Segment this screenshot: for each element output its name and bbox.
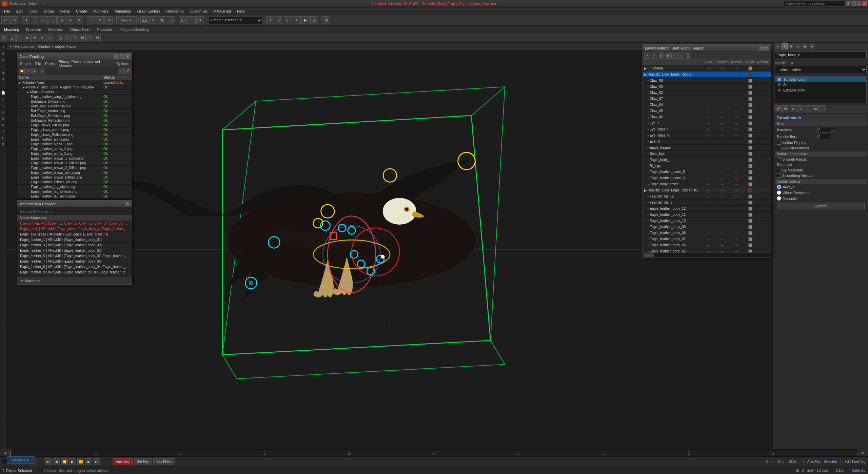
layer-freeze-cell[interactable]: — [715,122,729,125]
layer-hide-cell[interactable]: — [702,189,715,192]
curve-editor-button[interactable]: ⌇ [266,16,274,24]
layer-color-cell[interactable] [744,207,756,211]
layer-freeze-cell[interactable]: — [715,158,729,162]
menu-help[interactable]: Help [234,8,248,14]
menu-graph-editors[interactable]: Graph Editors [135,8,163,14]
layers-tb-new[interactable]: + [644,53,650,59]
layer-color-cell[interactable] [744,243,756,247]
layer-hide-cell[interactable]: — [702,79,715,82]
layers-close-btn[interactable]: ✕ [764,46,769,50]
pin-icon[interactable]: 📌 [775,105,782,112]
layer-row[interactable]: ◦Claw_04 — — — [643,102,771,108]
layer-freeze-cell[interactable]: — [715,128,729,131]
poly-tool-8[interactable]: ◫ [57,34,63,42]
go-to-start-btn[interactable]: ⏮ [45,458,52,465]
mod-collapse-icon[interactable]: ⊟ [820,105,826,112]
layer-hide-cell[interactable]: — [702,164,715,168]
auto-key-btn[interactable]: Auto Key [113,458,133,465]
layer-row[interactable]: ◦Build_box — — — [643,151,771,157]
sidebar-hierarchy-icon[interactable]: ⊠ [0,57,6,63]
layer-color-cell[interactable] [744,249,756,253]
layer-row[interactable]: ▶0 (default) — — — [643,65,771,71]
layer-render-cell[interactable]: — [729,73,744,76]
poly-tool-12[interactable]: ⊡ [86,34,93,42]
modifier-list-dropdown[interactable]: -- select modifier -- [775,66,867,73]
at-row[interactable]: ▶Realistic_Bald_Eagle_Rigged_max_vray.ma… [17,85,132,90]
layer-freeze-cell[interactable]: — [715,213,729,217]
layer-render-cell[interactable]: — [729,97,744,101]
layer-row[interactable]: ◦Eagle_feather_body_07 — — — [643,236,771,242]
layer-hide-cell[interactable]: — [702,67,715,70]
timeline-left-btn[interactable]: ◀ [0,451,10,455]
layer-row[interactable]: ◦Claw_06 — — — [643,114,771,120]
at-tb-3[interactable]: ⊞ [32,68,38,74]
sidebar-render-icon[interactable]: ☀ [0,128,6,135]
layer-freeze-cell[interactable]: — [715,238,729,241]
layer-freeze-cell[interactable]: — [715,116,729,119]
poly-tool-2[interactable]: △ [9,34,16,42]
menu-views[interactable]: Views [57,8,73,14]
layer-color-cell[interactable] [744,201,756,205]
turbosm-render-iters-input[interactable] [817,134,831,139]
layer-hide-cell[interactable]: — [702,73,715,76]
layer-row[interactable]: ◦Claw_02 — — — [643,90,771,96]
at-row[interactable]: BaldEagle_Refraction.png Ok [17,118,132,123]
go-to-end-btn[interactable]: ⏭ [94,458,100,465]
layer-freeze-cell[interactable]: — [715,134,729,137]
layer-color-cell[interactable] [744,182,756,186]
select-scale-button[interactable]: ⊿ [104,16,113,24]
layer-render-cell[interactable]: — [729,152,744,156]
layer-freeze-cell[interactable]: — [715,67,729,70]
layer-freeze-cell[interactable]: — [715,140,729,143]
at-row[interactable]: BaldEagle_normal.png Ok [17,109,132,114]
layer-color-cell[interactable] [744,133,756,138]
percent-snap-button[interactable]: % [158,16,166,24]
turbosm-explicit-check[interactable] [777,146,781,150]
at-row[interactable]: Eagle_feather_alpha_2.png Ok [17,147,132,151]
layer-color-cell[interactable] [744,176,756,180]
at-menu-paths[interactable]: Paths [44,62,56,66]
layer-freeze-cell[interactable]: — [715,231,729,235]
layer-render-cell[interactable]: — [729,250,744,253]
layer-color-cell[interactable] [744,115,756,119]
layer-row[interactable]: ◦Eagle_feather_body_11 — — — [643,212,771,218]
at-row[interactable]: BaldEagle_Glossiness.png Ok [17,104,132,109]
mat-item[interactable]: Claws { VRayMtl } [Claw_01, Claw_02, Cla… [17,221,132,226]
layer-hide-cell[interactable]: — [702,213,715,217]
at-row[interactable]: ▶Autodesk Vault Logged Out... [17,80,132,85]
layer-freeze-cell[interactable]: — [715,183,729,186]
at-menu-file[interactable]: File [34,62,42,66]
layer-render-cell[interactable]: — [729,213,744,217]
layers-tb-4[interactable]: ⊠ [665,53,671,59]
mod-configure-icon[interactable]: ⚙ [782,105,789,112]
at-row[interactable]: Eagle_feather_tail_alpha.png Ok [17,194,132,198]
menu-animation[interactable]: Animation [112,8,134,14]
set-key-btn[interactable]: Set Key [134,458,152,465]
play-btn[interactable]: ▶ [69,458,76,465]
utilities-tab-icon[interactable]: ⊕ [809,43,815,49]
layer-hide-cell[interactable]: — [702,201,715,204]
menu-edit[interactable]: Edit [14,8,25,14]
at-row[interactable]: BaldEagle_Reflection.png Ok [17,114,132,118]
turbosm-sg-check[interactable] [777,173,781,178]
welcome-badge[interactable]: Welcome to [7,456,34,464]
mod-move-down-icon[interactable]: ↓ [805,105,811,112]
layer-hide-cell[interactable]: — [702,238,715,241]
layer-hide-cell[interactable]: — [702,103,715,107]
mirror-button[interactable]: ◫ [179,16,187,24]
layer-freeze-cell[interactable]: — [715,244,729,247]
menu-maxscript[interactable]: MAXScript [211,8,234,14]
layer-hide-cell[interactable]: — [702,152,715,156]
circle-select-button[interactable]: ○ [48,16,57,24]
layer-hide-cell[interactable]: — [702,91,715,95]
object-name-input[interactable] [775,51,867,58]
layer-color-cell[interactable] [744,219,756,223]
layer-hide-cell[interactable]: — [702,158,715,162]
sidebar-select-icon[interactable]: ↕ [0,103,6,109]
layer-render-cell[interactable]: — [729,170,744,174]
layer-row[interactable]: ◦Eagle_feather_body_10 — — — [643,218,771,224]
poly-tool-10[interactable]: ⊟ [72,34,78,42]
layer-render-cell[interactable]: — [729,195,744,198]
sidebar-view-icon[interactable]: ⊕ [0,109,6,115]
layer-row[interactable]: ◦Bl_legs — — — [643,163,771,169]
